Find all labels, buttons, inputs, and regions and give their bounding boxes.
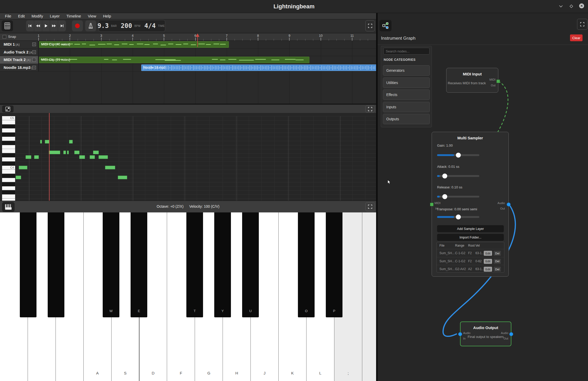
menu-view[interactable]: View	[84, 13, 100, 19]
midi-clip[interactable]: MIDI Clip (21 notes)	[39, 57, 309, 63]
midi-note[interactable]	[67, 151, 69, 154]
piano-roll[interactable]: C5C4	[0, 113, 376, 201]
midi-note[interactable]	[79, 155, 85, 159]
timeline-fullscreen-button[interactable]	[365, 20, 375, 31]
graph-fullscreen-button[interactable]	[577, 19, 587, 30]
clear-button[interactable]: Clear	[570, 34, 583, 41]
edit-sample-button[interactable]: Edit	[484, 267, 492, 272]
sample-row[interactable]: Sum_SH...G2-A#2A263-1...EditDel	[437, 265, 504, 273]
category-inputs[interactable]: Inputs	[383, 102, 430, 112]
track-header-midi-1[interactable]: MIDI 1[A]-	[0, 41, 39, 48]
black-key[interactable]: U	[242, 212, 259, 317]
menu-layer[interactable]: Layer	[46, 13, 63, 19]
midi-note[interactable]	[74, 151, 79, 154]
slider-thumb[interactable]	[456, 153, 461, 158]
import-folder-button[interactable]: Import Folder...	[437, 234, 504, 241]
node-multi-sampler[interactable]: Multi Sampler MIDI In Audio Out Add Samp…	[432, 132, 509, 277]
sample-row[interactable]: Sum_SH...C-1-G2F20-62EditDel	[437, 257, 504, 265]
fast-forward-button[interactable]	[50, 20, 58, 31]
sample-row[interactable]: Sum_SH...C-1-G2F263-1...EditDel	[437, 249, 504, 257]
black-key[interactable]: P	[326, 212, 342, 317]
track-row[interactable]: MIDI Clip (40 notes)MIDI 1[A]-	[0, 41, 376, 49]
metronome-button[interactable]	[85, 20, 96, 31]
maximize-button[interactable]	[568, 3, 574, 9]
category-effects[interactable]: Effects	[383, 90, 430, 100]
menu-modify[interactable]: Modify	[28, 13, 46, 19]
close-button[interactable]: ✕	[579, 3, 584, 8]
track-header-audio-track-2[interactable]: Audio Track 2[A]-	[0, 49, 39, 56]
track-row[interactable]: Audio Track 2[A]-	[0, 49, 376, 56]
category-utilities[interactable]: Utilities	[383, 78, 430, 88]
midi-note[interactable]	[26, 155, 31, 159]
edit-sample-button[interactable]: Edit	[484, 251, 492, 256]
slider-thumb[interactable]	[442, 194, 447, 199]
add-sample-layer-button[interactable]: Add Sample Layer	[437, 225, 504, 232]
skip-to-end-button[interactable]	[58, 20, 66, 31]
black-key[interactable]	[48, 212, 64, 317]
piano-roll-popout-button[interactable]	[2, 105, 14, 112]
del-sample-button[interactable]: Del	[494, 251, 501, 256]
midi-note[interactable]	[90, 155, 95, 159]
audio-in-port[interactable]	[458, 332, 462, 336]
skip-to-start-button[interactable]	[26, 20, 34, 31]
track-row[interactable]: Noodle 18.mp3Noodle 18.mp3[A]-	[0, 64, 376, 72]
slider-thumb[interactable]	[456, 215, 461, 219]
node-audio-output[interactable]: Audio Output Final output to speakers Au…	[460, 322, 511, 346]
midi-out-port[interactable]	[497, 80, 500, 83]
gain-slider[interactable]	[437, 154, 479, 156]
minimize-button[interactable]	[558, 3, 564, 9]
black-key[interactable]: O	[298, 212, 315, 317]
black-key[interactable]: E	[131, 212, 147, 317]
midi-note[interactable]	[34, 155, 39, 159]
menu-file[interactable]: File	[2, 13, 15, 19]
menu-help[interactable]: Help	[100, 13, 114, 19]
graph-view-button[interactable]	[379, 20, 391, 31]
black-key[interactable]: Y	[214, 212, 231, 317]
category-outputs[interactable]: Outputs	[383, 114, 430, 124]
record-button[interactable]	[72, 20, 83, 31]
midi-in-port[interactable]	[430, 203, 433, 206]
track-row[interactable]: MIDI Clip (21 notes)MIDI Track 2[A]-	[0, 56, 376, 64]
menu-timeline[interactable]: Timeline	[63, 13, 84, 19]
midi-note[interactable]	[49, 151, 60, 154]
track-header-midi-track-2[interactable]: MIDI Track 2[A]-	[0, 56, 39, 64]
midi-note[interactable]	[93, 151, 99, 154]
track-header-noodle-18-mp3[interactable]: Noodle 18.mp3[A]-	[0, 64, 39, 72]
release-slider[interactable]	[437, 196, 479, 198]
keyboard-fullscreen-button[interactable]	[365, 202, 375, 211]
del-sample-button[interactable]: Del	[494, 267, 501, 272]
play-button[interactable]	[42, 20, 50, 31]
midi-note[interactable]	[16, 176, 21, 179]
category-generators[interactable]: Generators	[383, 65, 430, 76]
midi-note[interactable]	[19, 166, 27, 169]
midi-note[interactable]	[99, 155, 108, 159]
transpose-slider[interactable]	[437, 216, 479, 218]
audio-out-port[interactable]	[509, 332, 513, 336]
track-mute-toggle[interactable]: -	[32, 43, 36, 46]
timeline-mode-button[interactable]	[2, 20, 13, 31]
attack-slider[interactable]	[437, 175, 479, 177]
rewind-button[interactable]	[34, 20, 42, 31]
midi-note[interactable]	[105, 166, 115, 169]
black-key[interactable]: T	[186, 212, 203, 317]
audio-out-port[interactable]	[507, 203, 511, 206]
search-input[interactable]	[383, 48, 430, 55]
audio-clip[interactable]: Noodle 18.mp3	[141, 64, 377, 71]
midi-note[interactable]	[63, 151, 66, 154]
black-key[interactable]	[20, 212, 36, 317]
snap-checkbox[interactable]	[3, 35, 6, 39]
piano-roll-fullscreen-button[interactable]	[365, 105, 375, 112]
timeline-ruler[interactable]: Snap 1234567891011	[0, 33, 376, 41]
track-mute-toggle[interactable]: -	[32, 66, 36, 69]
black-key[interactable]: W	[103, 212, 119, 317]
midi-note[interactable]	[69, 140, 73, 144]
node-midi-input[interactable]: MIDI Input Receives MIDI from track MIDI…	[446, 68, 498, 93]
midi-note[interactable]	[45, 140, 49, 144]
menu-edit[interactable]: Edit	[15, 13, 28, 19]
edit-sample-button[interactable]: Edit	[484, 259, 492, 264]
slider-thumb[interactable]	[442, 174, 447, 178]
piano-roll-playhead[interactable]	[49, 113, 50, 201]
track-mute-toggle[interactable]: -	[32, 50, 36, 54]
midi-note[interactable]	[40, 140, 42, 144]
midi-clip[interactable]: MIDI Clip (40 notes)	[39, 41, 229, 48]
